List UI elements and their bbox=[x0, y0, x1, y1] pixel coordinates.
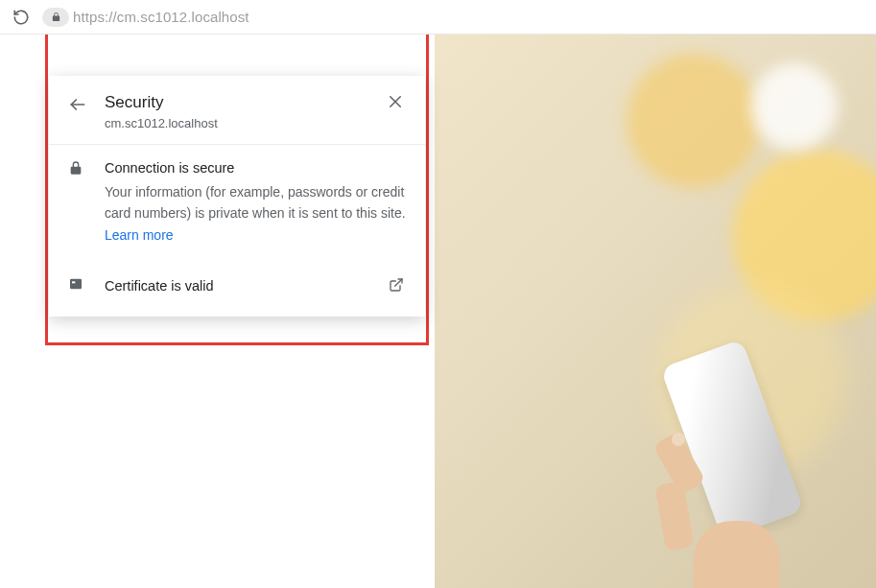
certificate-icon bbox=[68, 276, 87, 295]
back-button[interactable] bbox=[68, 95, 87, 114]
close-button[interactable] bbox=[387, 93, 406, 112]
reload-icon bbox=[12, 9, 30, 26]
arrow-left-icon bbox=[68, 95, 87, 114]
svg-rect-4 bbox=[72, 282, 75, 284]
connection-section: Connection is secure Your information (f… bbox=[49, 145, 425, 261]
page-content: Security cm.sc1012.localhost Connection … bbox=[0, 35, 876, 588]
url-text[interactable]: https://cm.sc1012.localhost bbox=[73, 9, 249, 25]
lock-icon bbox=[68, 160, 87, 179]
popup-host: cm.sc1012.localhost bbox=[105, 116, 387, 130]
hero-illustration bbox=[435, 35, 876, 588]
address-bar[interactable]: https://cm.sc1012.localhost bbox=[42, 4, 868, 31]
browser-toolbar: https://cm.sc1012.localhost bbox=[0, 0, 876, 35]
certificate-section[interactable]: Certificate is valid bbox=[49, 261, 425, 317]
site-info-button[interactable] bbox=[42, 8, 69, 27]
svg-rect-3 bbox=[70, 279, 82, 290]
open-external-button[interactable] bbox=[389, 277, 406, 294]
close-icon bbox=[387, 93, 404, 110]
connection-description: Your information (for example, passwords… bbox=[105, 181, 406, 246]
certificate-label: Certificate is valid bbox=[105, 278, 389, 294]
popup-header: Security cm.sc1012.localhost bbox=[49, 76, 425, 145]
popup-title: Security bbox=[105, 93, 387, 112]
svg-line-5 bbox=[395, 279, 402, 286]
lock-icon bbox=[51, 12, 61, 22]
learn-more-link[interactable]: Learn more bbox=[105, 227, 174, 243]
site-info-popup: Security cm.sc1012.localhost Connection … bbox=[49, 76, 425, 317]
reload-button[interactable] bbox=[8, 4, 35, 31]
connection-label: Connection is secure bbox=[105, 160, 406, 176]
open-external-icon bbox=[389, 277, 404, 293]
